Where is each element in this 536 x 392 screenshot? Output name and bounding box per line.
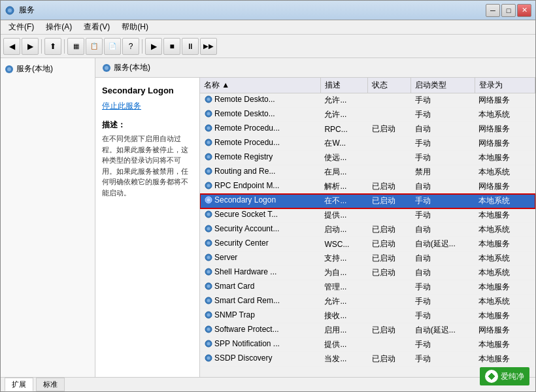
service-logon-cell: 网络服务 xyxy=(475,122,535,137)
svg-point-5 xyxy=(105,66,109,70)
services-table: 名称 ▲ 描述 状态 启动类型 登录为 Remote D xyxy=(200,78,535,367)
svg-point-25 xyxy=(207,227,210,231)
table-row[interactable]: Remote Procedu... 在W...手动网络服务 xyxy=(200,137,535,151)
tab-standard[interactable]: 标准 xyxy=(36,378,65,391)
toolbar-stop[interactable]: ■ xyxy=(163,38,180,55)
service-desc-cell: 启动... xyxy=(320,223,367,237)
table-row[interactable]: Software Protect... 启用...已启动自动(延迟...网络服务 xyxy=(200,323,535,338)
title-bar: 服务 ─ □ ✕ xyxy=(1,1,535,20)
service-name-cell: SSDP Discovery xyxy=(200,352,320,367)
col-name[interactable]: 名称 ▲ xyxy=(200,78,320,93)
main-window: 服务 ─ □ ✕ 文件(F) 操作(A) 查看(V) 帮助(H) ◀ ▶ ⬆ ▦… xyxy=(0,0,536,392)
service-status-cell: 已启动 xyxy=(368,180,411,194)
service-name: SSDP Discovery xyxy=(214,353,272,363)
table-row[interactable]: Remote Deskto... 允许...手动本地系统 xyxy=(200,108,535,122)
service-logon-cell: 本地服务 xyxy=(475,237,535,252)
service-desc-cell: 在W... xyxy=(320,137,367,151)
services-icon xyxy=(5,5,15,16)
table-row[interactable]: Secondary Logon 在不...已启动手动本地系统 xyxy=(200,194,535,208)
service-icon xyxy=(204,282,213,291)
table-row[interactable]: Remote Registry 使远...手动本地服务 xyxy=(200,151,535,165)
service-logon-cell: 本地系统 xyxy=(475,266,535,280)
col-logon[interactable]: 登录为 xyxy=(475,78,535,93)
toolbar-sep3 xyxy=(142,39,142,54)
service-name-cell: SNMP Trap xyxy=(200,309,320,323)
service-name-cell: SPP Notification ... xyxy=(200,338,320,352)
service-icon xyxy=(204,325,213,334)
service-startup-cell: 手动 xyxy=(411,93,475,108)
svg-point-9 xyxy=(207,112,210,116)
title-controls: ─ □ ✕ xyxy=(486,4,531,17)
table-row[interactable]: Server 支持...已启动自动本地系统 xyxy=(200,252,535,266)
menu-help[interactable]: 帮助(H) xyxy=(116,20,154,34)
table-scroll[interactable]: 名称 ▲ 描述 状态 启动类型 登录为 Remote D xyxy=(200,78,535,377)
watermark-icon xyxy=(485,370,498,383)
table-row[interactable]: Remote Deskto... 允许...手动网络服务 xyxy=(200,93,535,108)
col-startup[interactable]: 启动类型 xyxy=(411,78,475,93)
toolbar-prop[interactable]: 📄 xyxy=(104,38,121,55)
toolbar-restart[interactable]: ▶▶ xyxy=(200,38,217,55)
table-header: 名称 ▲ 描述 状态 启动类型 登录为 xyxy=(200,78,535,93)
menu-view[interactable]: 查看(V) xyxy=(78,20,115,34)
service-startup-cell: 自动(延迟... xyxy=(411,323,475,338)
service-startup-cell: 手动 xyxy=(411,352,475,367)
service-status-cell xyxy=(368,295,411,309)
service-name-cell: Software Protect... xyxy=(200,323,320,338)
detail-panel: Secondary Logon 停止此服务 描述： 在不同凭据下启用自动过程。如… xyxy=(95,78,200,377)
table-row[interactable]: RPC Endpoint M... 解析...已启动自动网络服务 xyxy=(200,180,535,194)
service-logon-cell: 网络服务 xyxy=(475,137,535,151)
toolbar-show-hide[interactable]: ▦ xyxy=(67,38,84,55)
service-status-cell: 已启动 xyxy=(368,352,411,367)
toolbar-back[interactable]: ◀ xyxy=(3,38,20,55)
col-status[interactable]: 状态 xyxy=(368,78,411,93)
service-icon xyxy=(204,109,213,118)
service-icon xyxy=(204,296,213,305)
service-name-cell: Secure Socket T... xyxy=(200,208,320,223)
detail-action-link[interactable]: 停止此服务 xyxy=(102,101,141,110)
title-bar-left: 服务 xyxy=(5,5,35,16)
table-row[interactable]: Smart Card 管理...手动本地服务 xyxy=(200,280,535,295)
service-icon xyxy=(204,339,213,348)
table-row[interactable]: Shell Hardware ... 为自...已启动自动本地系统 xyxy=(200,266,535,280)
table-row[interactable]: Secure Socket T... 提供...手动本地服务 xyxy=(200,208,535,223)
content-area: 服务(本地) 服务(本地) Secondary Logon 停止此服务 描述： xyxy=(1,58,535,377)
toolbar-sep1 xyxy=(41,39,42,54)
service-status-cell: 已启动 xyxy=(368,323,411,338)
toolbar-up[interactable]: ⬆ xyxy=(44,38,61,55)
table-row[interactable]: Security Account... 启动...已启动自动本地系统 xyxy=(200,223,535,237)
table-row[interactable]: SPP Notification ... 提供...手动本地服务 xyxy=(200,338,535,352)
table-row[interactable]: Smart Card Rem... 允许...手动本地系统 xyxy=(200,295,535,309)
service-logon-cell: 网络服务 xyxy=(475,93,535,108)
service-desc-cell: 允许... xyxy=(320,93,367,108)
service-desc-cell: 管理... xyxy=(320,280,367,295)
restore-button[interactable]: □ xyxy=(501,4,516,17)
table-row[interactable]: Routing and Re... 在局...禁用本地系统 xyxy=(200,165,535,180)
svg-point-33 xyxy=(207,285,210,288)
svg-point-23 xyxy=(207,213,210,216)
service-name-cell: Remote Procedu... xyxy=(200,122,320,137)
svg-point-3 xyxy=(7,67,11,71)
close-button[interactable]: ✕ xyxy=(517,4,531,17)
status-bar: 扩展 标准 xyxy=(1,377,535,391)
service-startup-cell: 自动(延迟... xyxy=(411,237,475,252)
toolbar-pause[interactable]: ⏸ xyxy=(182,38,199,55)
col-desc[interactable]: 描述 xyxy=(320,78,367,93)
service-startup-cell: 自动 xyxy=(411,180,475,194)
table-row[interactable]: Security Center WSC...已启动自动(延迟...本地服务 xyxy=(200,237,535,252)
minimize-button[interactable]: ─ xyxy=(486,4,500,17)
service-logon-cell: 本地系统 xyxy=(475,252,535,266)
menu-action[interactable]: 操作(A) xyxy=(41,20,77,34)
menu-file[interactable]: 文件(F) xyxy=(3,20,39,34)
toolbar-forward[interactable]: ▶ xyxy=(22,38,39,55)
toolbar-new[interactable]: 📋 xyxy=(86,38,103,55)
service-logon-cell: 本地系统 xyxy=(475,194,535,208)
table-row[interactable]: Remote Procedu... RPC...已启动自动网络服务 xyxy=(200,122,535,137)
service-startup-cell: 手动 xyxy=(411,338,475,352)
service-desc-cell: 接收... xyxy=(320,309,367,323)
toolbar-play[interactable]: ▶ xyxy=(145,38,162,55)
tab-extend[interactable]: 扩展 xyxy=(5,378,33,391)
table-row[interactable]: SNMP Trap 接收...手动本地服务 xyxy=(200,309,535,323)
toolbar-help[interactable]: ? xyxy=(122,38,139,55)
table-row[interactable]: SSDP Discovery 当发...已启动手动本地服务 xyxy=(200,352,535,367)
service-startup-cell: 自动 xyxy=(411,122,475,137)
